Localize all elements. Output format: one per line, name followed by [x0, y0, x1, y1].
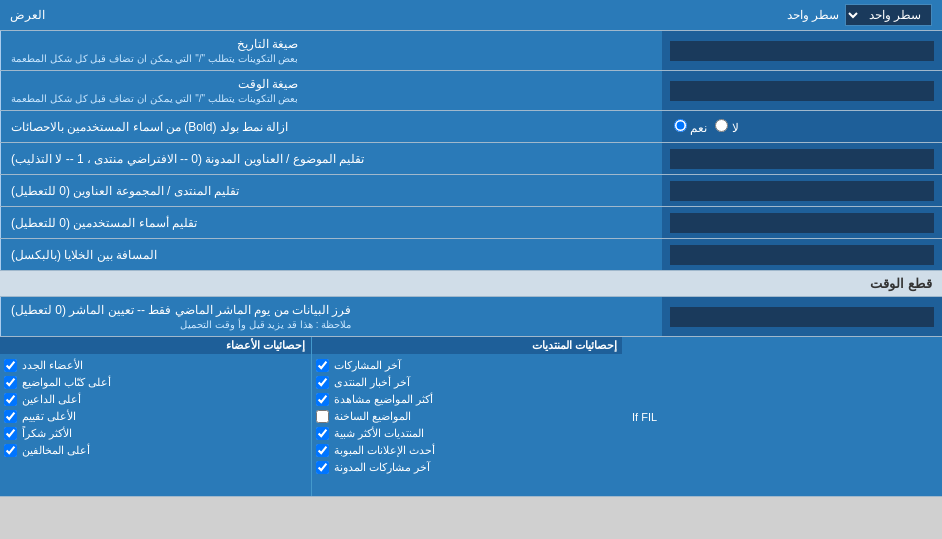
- time-format-input[interactable]: H:i: [670, 81, 934, 101]
- most-viewed-checkbox[interactable]: [316, 393, 329, 406]
- cell-spacing-label: المسافة بين الخلايا (بالبكسل): [0, 239, 662, 270]
- last-blog-posts-checkbox[interactable]: [316, 461, 329, 474]
- date-format-row: d-m صيغة التاريخ بعض التكوينات يتطلب "/"…: [0, 31, 942, 71]
- top-inviters-item: أعلى الداعين: [0, 391, 311, 408]
- topic-count-input[interactable]: 33: [670, 149, 934, 169]
- time-format-label: صيغة الوقت بعض التكوينات يتطلب "/" التي …: [0, 71, 662, 110]
- cutoff-section-header: قطع الوقت: [0, 271, 942, 297]
- topic-count-row: 33 تقليم الموضوع / العناوين المدونة (0 -…: [0, 143, 942, 175]
- cutoff-days-input[interactable]: 0: [670, 307, 934, 327]
- lines-select-label: سطر واحد: [787, 8, 839, 22]
- most-viewed-item: أكثر المواضيع مشاهدة: [312, 391, 623, 408]
- topic-count-input-container: 33: [662, 143, 942, 174]
- bold-remove-input-container: لا نعم: [662, 111, 942, 142]
- date-format-input-container: d-m: [662, 31, 942, 70]
- top-rated-item: الأعلى تقييم: [0, 408, 311, 425]
- latest-classified-checkbox[interactable]: [316, 444, 329, 457]
- username-count-label: تقليم أسماء المستخدمين (0 للتعطيل): [0, 207, 662, 238]
- popular-forums-item: المنتديات الأكثر شبية: [312, 425, 623, 442]
- bold-no-radio[interactable]: [715, 119, 728, 132]
- bold-remove-radio-group: لا نعم: [670, 117, 934, 137]
- cell-spacing-input-container: 2: [662, 239, 942, 270]
- hot-topics-item: المواضيع الساخنة: [312, 408, 623, 425]
- latest-classified-item: أحدث الإعلانات المبوبة: [312, 442, 623, 459]
- member-stats-col: إحصائيات الأعضاء الأعضاء الجدد أعلى كتّا…: [0, 337, 311, 496]
- top-writers-checkbox[interactable]: [4, 376, 17, 389]
- forum-count-label: تقليم المنتدى / المجموعة العناوين (0 للت…: [0, 175, 662, 206]
- cell-spacing-input[interactable]: 2: [670, 245, 934, 265]
- member-stats-header: إحصائيات الأعضاء: [0, 337, 311, 354]
- cutoff-days-row: 0 فرز البيانات من يوم الماشر الماضي فقط …: [0, 297, 942, 337]
- last-posts-checkbox[interactable]: [316, 359, 329, 372]
- cutoff-days-label: فرز البيانات من يوم الماشر الماضي فقط --…: [0, 297, 662, 336]
- new-members-checkbox[interactable]: [4, 359, 17, 372]
- last-forum-news-checkbox[interactable]: [316, 376, 329, 389]
- most-thanked-item: الأكثر شكراً: [0, 425, 311, 442]
- username-count-input-container: 0: [662, 207, 942, 238]
- cutoff-days-input-container: 0: [662, 297, 942, 336]
- hot-topics-checkbox[interactable]: [316, 410, 329, 423]
- forum-stats-col: إحصائيات المنتديات آخر المشاركات آخر أخب…: [311, 337, 623, 496]
- last-blog-posts-item: آخر مشاركات المدونة: [312, 459, 623, 476]
- lines-select[interactable]: سطر واحدسطرينثلاثة أسطر: [845, 4, 932, 26]
- date-format-label: صيغة التاريخ بعض التكوينات يتطلب "/" الت…: [0, 31, 662, 70]
- top-inviters-checkbox[interactable]: [4, 393, 17, 406]
- header-row: سطر واحدسطرينثلاثة أسطر سطر واحد العرض: [0, 0, 942, 31]
- most-thanked-checkbox[interactable]: [4, 427, 17, 440]
- time-format-row: H:i صيغة الوقت بعض التكوينات يتطلب "/" ا…: [0, 71, 942, 111]
- cell-spacing-row: 2 المسافة بين الخلايا (بالبكسل): [0, 239, 942, 271]
- top-violators-item: أعلى المخالفين: [0, 442, 311, 459]
- forum-count-row: 33 تقليم المنتدى / المجموعة العناوين (0 …: [0, 175, 942, 207]
- stats-section: If FIL إحصائيات المنتديات آخر المشاركات …: [0, 337, 942, 497]
- stats-right-label: If FIL: [622, 337, 942, 496]
- forum-count-input-container: 33: [662, 175, 942, 206]
- time-format-input-container: H:i: [662, 71, 942, 110]
- page-title: العرض: [10, 8, 45, 22]
- last-posts-item: آخر المشاركات: [312, 357, 623, 374]
- date-format-input[interactable]: d-m: [670, 41, 934, 61]
- new-members-item: الأعضاء الجدد: [0, 357, 311, 374]
- top-rated-checkbox[interactable]: [4, 410, 17, 423]
- popular-forums-checkbox[interactable]: [316, 427, 329, 440]
- bold-no-label: لا: [715, 119, 738, 135]
- bold-yes-radio[interactable]: [674, 119, 687, 132]
- username-count-row: 0 تقليم أسماء المستخدمين (0 للتعطيل): [0, 207, 942, 239]
- forum-count-input[interactable]: 33: [670, 181, 934, 201]
- bold-yes-label: نعم: [674, 119, 707, 135]
- top-writers-item: أعلى كتّاب المواضيع: [0, 374, 311, 391]
- forum-stats-header: إحصائيات المنتديات: [312, 337, 623, 354]
- last-forum-news-item: آخر أخبار المنتدى: [312, 374, 623, 391]
- username-count-input[interactable]: 0: [670, 213, 934, 233]
- topic-count-label: تقليم الموضوع / العناوين المدونة (0 -- ا…: [0, 143, 662, 174]
- top-violators-checkbox[interactable]: [4, 444, 17, 457]
- bold-remove-label: ازالة نمط بولد (Bold) من اسماء المستخدمي…: [0, 111, 662, 142]
- bold-remove-row: لا نعم ازالة نمط بولد (Bold) من اسماء ال…: [0, 111, 942, 143]
